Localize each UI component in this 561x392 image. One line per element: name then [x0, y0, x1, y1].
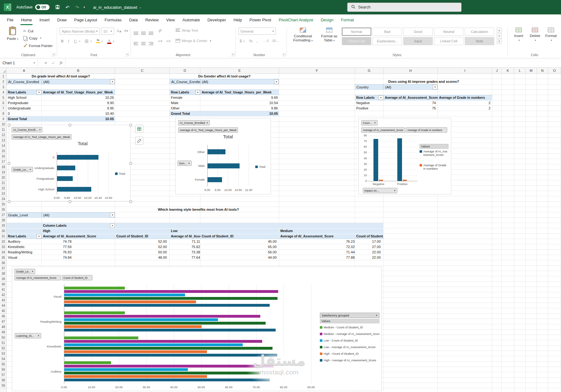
- ribbon-tab-data[interactable]: Data: [125, 14, 141, 25]
- row-header-39[interactable]: 39: [0, 276, 7, 282]
- comma-style-icon[interactable]: ,: [257, 38, 258, 43]
- excel-app-icon[interactable]: X: [4, 3, 11, 11]
- pivot-learning-value[interactable]: 71.44: [279, 250, 355, 255]
- row-header-18[interactable]: 18: [0, 164, 7, 170]
- pivot-learning-header-6[interactable]: Count of Student_ID: [355, 234, 384, 239]
- row-header-32[interactable]: 32: [0, 239, 7, 244]
- row-header-51[interactable]: 51: [0, 340, 7, 346]
- save-icon[interactable]: [55, 5, 60, 10]
- value-field-button[interactable]: Average of AI_Tool_Usage_Hours_per_Week: [178, 127, 238, 133]
- selection-handle[interactable]: [8, 200, 11, 203]
- row-header-20[interactable]: 20: [0, 175, 7, 180]
- row-header-22[interactable]: 22: [0, 186, 7, 191]
- cell-style-neutral[interactable]: Neutral: [434, 28, 463, 36]
- conditional-formatting-button[interactable]: Conditional Formatting▾: [289, 28, 317, 43]
- cut-button[interactable]: ✂Cut: [23, 29, 34, 33]
- pivot-learning-header-5[interactable]: Average of AI_Assessment_Score: [279, 234, 355, 239]
- row-header-24[interactable]: 24: [0, 196, 7, 202]
- pivot-learning-header-3[interactable]: Average of AI_Assess: [170, 234, 200, 239]
- pivot-learning-value[interactable]: 77.59: [42, 244, 115, 250]
- ribbon-tab-automate[interactable]: Automate: [179, 14, 204, 25]
- pivot-gender-row-label[interactable]: Male: [170, 100, 200, 106]
- pivot-grade-row-label[interactable]: Undergraduate: [7, 106, 42, 111]
- copy-button[interactable]: Copy▾: [23, 36, 41, 40]
- pivot-grade-row-label[interactable]: Postgraduate: [7, 100, 42, 106]
- sheet-grid[interactable]: مستقل mostaql.com Do grade level affect …: [7, 74, 561, 392]
- selection-handle[interactable]: [8, 162, 11, 165]
- row-header-9[interactable]: 9: [0, 116, 7, 122]
- pivot-learning-row-label[interactable]: Auditory: [7, 239, 42, 244]
- pivot-learning-value[interactable]: 73.38: [170, 250, 200, 255]
- pivot-learning-filter-field[interactable]: Grade_Level: [7, 212, 42, 218]
- number-format-select[interactable]: General▾: [238, 28, 276, 35]
- pivot-grade-filter-field[interactable]: AI_Course_Enrolled: [7, 79, 42, 84]
- pivot-grade-row-label[interactable]: High School: [7, 95, 42, 100]
- pivot-learning-value[interactable]: 77.88: [279, 255, 355, 260]
- name-box-splitter[interactable]: ⋮: [38, 58, 42, 67]
- row-header-12[interactable]: 12: [0, 132, 7, 138]
- pivot-impact-row-label[interactable]: Positive: [355, 106, 384, 111]
- row-header-59[interactable]: 59: [0, 383, 7, 388]
- pivot-grade-grand-total-value[interactable]: 10.05: [42, 116, 115, 122]
- pivot-learning-value[interactable]: 65.00: [200, 244, 279, 250]
- selection-handle[interactable]: [130, 200, 132, 203]
- italic-button[interactable]: I: [68, 39, 69, 43]
- percent-style-icon[interactable]: %: [249, 39, 253, 43]
- decrease-indent-icon[interactable]: «≡: [158, 39, 162, 43]
- pivotchart-impact[interactable]: 80706050403020100NegativePositiveValuesA…: [358, 118, 451, 194]
- pivot-impact-row-label[interactable]: Negative: [355, 100, 384, 106]
- pivot-grade-header-value[interactable]: Average of AI_Tool_Usage_Hours_per_Week: [42, 90, 115, 95]
- ribbon-tab-page-layout[interactable]: Page Layout: [71, 14, 101, 25]
- pivot-gender-grand-total-value[interactable]: 10.05: [200, 111, 279, 116]
- page-field-button[interactable]: Coun...▼: [361, 120, 378, 125]
- search-input[interactable]: Search: [347, 3, 462, 12]
- row-header-54[interactable]: 54: [0, 356, 7, 362]
- ribbon-tab-power-pivot[interactable]: Power Pivot: [246, 14, 275, 25]
- value-field-button-score[interactable]: Average of AI_Assessment_Score: [14, 275, 61, 280]
- ribbon-tab-formulas[interactable]: Formulas: [101, 14, 125, 25]
- fill-color-icon[interactable]: [96, 39, 101, 44]
- pivot-learning-row-label[interactable]: Reading/Writing: [7, 250, 42, 255]
- cell-style-normal[interactable]: Normal: [342, 28, 371, 36]
- underline-button[interactable]: U: [74, 39, 77, 43]
- pivot-learning-value[interactable]: 27.00: [355, 244, 384, 250]
- row-header-1[interactable]: 1: [0, 74, 7, 79]
- row-header-45[interactable]: 45: [0, 308, 7, 314]
- row-header-2[interactable]: 2: [0, 79, 7, 84]
- pivot-impact-filter-value[interactable]: (All): [384, 84, 438, 90]
- pivot-learning-column-labels[interactable]: Column Labels: [42, 223, 115, 228]
- pivot-gender-row-value[interactable]: 9.69: [200, 95, 279, 100]
- pivot-learning-value[interactable]: 52.00: [115, 239, 170, 244]
- pivot-impact-header-grade[interactable]: Average of Grade in numbers: [438, 95, 492, 100]
- axis-field-button[interactable]: Grade_Le...▼: [12, 167, 33, 172]
- styles-gallery-up-icon[interactable]: ▴: [497, 28, 502, 33]
- axis-field-button[interactable]: impact on...▼: [363, 188, 397, 193]
- pivot-learning-value[interactable]: 77.64: [170, 255, 200, 260]
- pivot-learning-value[interactable]: 76.23: [279, 239, 355, 244]
- row-header-50[interactable]: 50: [0, 335, 7, 340]
- alignment-dialog-launcher-icon[interactable]: ↘: [231, 52, 235, 56]
- row-header-7[interactable]: 7: [0, 106, 7, 111]
- pivot-gender-header-value[interactable]: Average of AI_Tool_Usage_Hours_per_Week: [200, 90, 279, 95]
- row-header-42[interactable]: 42: [0, 292, 7, 298]
- pivot-learning-value[interactable]: 52.00: [115, 244, 170, 250]
- page-field-button[interactable]: AI_Course_Enrolled▼: [178, 120, 210, 125]
- pivot-learning-row-label[interactable]: Kinesthetic: [7, 244, 42, 250]
- page-field-button[interactable]: Grade_Le...▼: [14, 269, 35, 274]
- pivotchart-grade-level[interactable]: 9.609.8010.0010.2010.4010.600Undergradua…: [9, 125, 130, 201]
- select-all-corner[interactable]: [0, 68, 7, 74]
- value-field-button-score[interactable]: Average of AI_Assessment_Score: [361, 127, 405, 133]
- column-header-F[interactable]: F: [279, 68, 355, 74]
- chart-elements-button[interactable]: [135, 125, 143, 133]
- selection-handle[interactable]: [69, 200, 71, 203]
- cell-style-input[interactable]: Input: [403, 37, 433, 45]
- pivot-learning-value[interactable]: 45.00: [200, 239, 279, 244]
- column-header-A[interactable]: A: [7, 68, 42, 74]
- row-header-10[interactable]: 10: [0, 122, 7, 127]
- column-header-E[interactable]: E: [200, 68, 279, 74]
- pivot-impact-filter-field[interactable]: Country: [355, 84, 384, 90]
- column-header-D[interactable]: D: [170, 68, 200, 74]
- borders-dropdown-icon[interactable]: ▾: [90, 40, 92, 43]
- bold-button[interactable]: B: [61, 39, 64, 43]
- pivot-grade-row-label[interactable]: 0: [7, 111, 42, 116]
